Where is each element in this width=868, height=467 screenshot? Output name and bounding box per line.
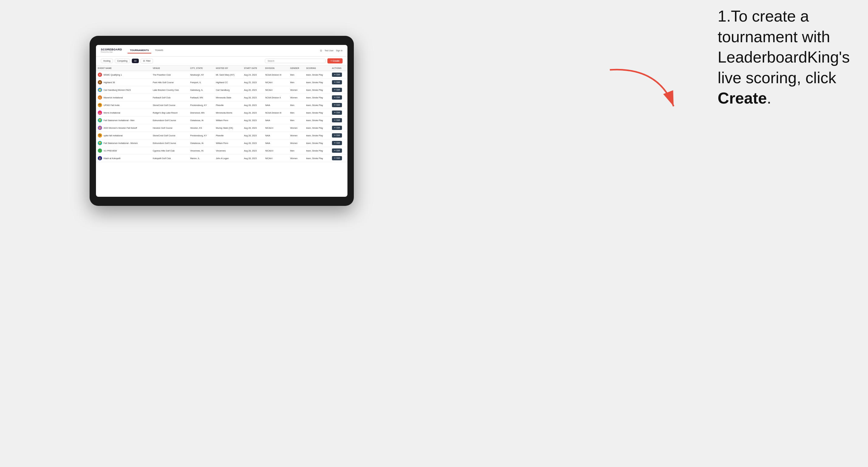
- search-input[interactable]: [265, 59, 326, 63]
- cell-event-name: 🦊 Morris Invitational: [96, 109, 151, 117]
- cell-start-date: Aug 28, 2023: [242, 117, 263, 124]
- cell-gender: Men: [288, 109, 305, 117]
- col-venue: VENUE: [151, 66, 188, 71]
- events-table-container: EVENT NAME VENUE CITY, STATE HOSTED BY S…: [96, 66, 347, 197]
- table-body: 🎯 MSMC Qualifying 1 The Powelton Club Ne…: [96, 71, 347, 162]
- cell-event-name: 🏆 Fall Statesmen Invitational - Women: [96, 139, 151, 147]
- cell-city-state: Vincennes, IN: [188, 147, 214, 155]
- event-icon: 🌿: [98, 149, 102, 153]
- cell-hosted-by: Mt. Saint Mary (NY): [214, 71, 242, 79]
- cell-actions: ✏ Edit: [330, 86, 347, 94]
- all-button[interactable]: All: [132, 59, 139, 63]
- cell-scoring: team, Stroke Play: [304, 94, 330, 101]
- cell-start-date: Aug 28, 2023: [242, 139, 263, 147]
- cell-gender: Men: [288, 79, 305, 86]
- edit-button[interactable]: ✏ Edit: [332, 103, 342, 107]
- cell-hosted-by: Carl Sandburg: [214, 86, 242, 94]
- edit-button[interactable]: ✏ Edit: [332, 156, 342, 160]
- cell-city-state: Faribault, MN: [188, 94, 214, 101]
- cell-division: NICAA I: [263, 86, 288, 94]
- cell-venue: Ruttger's Bay Lake Resort: [151, 109, 188, 117]
- event-name-text: Carl Sandburg Women FA23: [103, 89, 131, 91]
- event-icon: ⚡: [98, 126, 102, 130]
- event-name-text: UPIKE Fall Invite: [103, 104, 120, 106]
- cell-actions: ✏ Edit: [330, 147, 347, 155]
- cell-gender: Women: [288, 132, 305, 139]
- edit-button[interactable]: ✏ Edit: [332, 95, 342, 100]
- edit-button[interactable]: ✏ Edit: [332, 111, 342, 115]
- table-row: 🦅 UPIKE Fall Invite StoneCrest Golf Cour…: [96, 101, 347, 109]
- cell-gender: Women: [288, 155, 305, 162]
- cell-start-date: Aug 25, 2023: [242, 79, 263, 86]
- table-row: 🦊 Morris Invitational Ruttger's Bay Lake…: [96, 109, 347, 117]
- cell-actions: ✏ Edit: [330, 132, 347, 139]
- edit-button[interactable]: ✏ Edit: [332, 88, 342, 92]
- cell-scoring: team, Stroke Play: [304, 132, 330, 139]
- cell-actions: ✏ Edit: [330, 94, 347, 101]
- cell-start-date: Aug 24, 2023: [242, 71, 263, 79]
- cell-venue: StoneCrest Golf Course: [151, 132, 188, 139]
- event-name-text: upike fall invitational: [103, 134, 123, 137]
- filter-button[interactable]: ☰ Filter: [141, 59, 153, 63]
- cell-event-name: 🏆 Fall Statesmen Invitational - Men: [96, 117, 151, 124]
- cell-hosted-by: Minnesota-Morris: [214, 109, 242, 117]
- cell-actions: ✏ Edit: [330, 139, 347, 147]
- cell-city-state: Oskaloosa, IA: [188, 117, 214, 124]
- competing-button[interactable]: Competing: [115, 59, 130, 63]
- cell-scoring: team, Stroke Play: [304, 147, 330, 155]
- events-table: EVENT NAME VENUE CITY, STATE HOSTED BY S…: [96, 66, 347, 162]
- cell-city-state: Prestonsburg, KY: [188, 101, 214, 109]
- col-gender: GENDER: [288, 66, 305, 71]
- cell-division: NAIA: [263, 139, 288, 147]
- filter-icon: ☰: [143, 60, 145, 62]
- event-name-text: VU PREVIEW: [103, 150, 117, 152]
- cell-city-state: Prestonsburg, KY: [188, 132, 214, 139]
- edit-button[interactable]: ✏ Edit: [332, 80, 342, 85]
- cell-start-date: Aug 28, 2023: [242, 94, 263, 101]
- cell-city-state: Deerwood, MN: [188, 109, 214, 117]
- cell-event-name: 🎯 MSMC Qualifying 1: [96, 71, 151, 79]
- event-name-text: Highland 36: [103, 82, 115, 84]
- cell-venue: Lake Bracken Country Club: [151, 86, 188, 94]
- event-icon: 🎯: [98, 72, 102, 77]
- event-icon: 🎖️: [98, 156, 102, 160]
- cell-event-name: ⚡ 2023 Women's Hesston Fall Kickoff: [96, 124, 151, 132]
- gear-icon[interactable]: ⚙: [320, 49, 322, 52]
- table-row: 🦁 Highland 36 Park Hills Golf Course Fre…: [96, 79, 347, 86]
- cell-event-name: 🐴 Maverick Invitational: [96, 94, 151, 101]
- tablet-screen: SCOREBOARD Powered by clippr TOURNAMENTS…: [96, 45, 347, 197]
- logo-area: SCOREBOARD Powered by clippr: [101, 48, 122, 53]
- cell-hosted-by: Pikeville: [214, 101, 242, 109]
- cell-venue: The Powelton Club: [151, 71, 188, 79]
- table-row: 🏆 Fall Statesmen Invitational - Men Edmu…: [96, 117, 347, 124]
- col-division: DIVISION: [263, 66, 288, 71]
- hosting-button[interactable]: Hosting: [101, 59, 113, 63]
- edit-button[interactable]: ✏ Edit: [332, 149, 342, 153]
- edit-button[interactable]: ✏ Edit: [332, 126, 342, 130]
- cell-event-name: 🦅 UPIKE Fall Invite: [96, 101, 151, 109]
- cell-city-state: Oskaloosa, IA: [188, 139, 214, 147]
- table-row: 🏆 Fall Statesmen Invitational - Women Ed…: [96, 139, 347, 147]
- edit-button[interactable]: ✏ Edit: [332, 72, 342, 77]
- cell-start-date: Aug 28, 2023: [242, 101, 263, 109]
- cell-scoring: team, Stroke Play: [304, 117, 330, 124]
- nav-link-tournaments[interactable]: TOURNAMENTS: [128, 48, 151, 54]
- cell-gender: Men: [288, 71, 305, 79]
- event-name-text: Morris Invitational: [103, 112, 120, 114]
- edit-button[interactable]: ✏ Edit: [332, 133, 342, 137]
- cell-event-name: 🦁 Highland 36: [96, 79, 151, 86]
- nav-signin[interactable]: Sign In: [336, 50, 343, 52]
- create-button[interactable]: + Create: [328, 58, 343, 63]
- table-row: 🎯 MSMC Qualifying 1 The Powelton Club Ne…: [96, 71, 347, 79]
- table-row: 🌿 VU PREVIEW Cypress Hills Golf Club Vin…: [96, 147, 347, 155]
- event-name-text: 2023 Women's Hesston Fall Kickoff: [103, 127, 137, 129]
- cell-division: NCAA Division III: [263, 71, 288, 79]
- cell-actions: ✏ Edit: [330, 79, 347, 86]
- cell-event-name: 🦅 upike fall invitational: [96, 132, 151, 139]
- event-icon: 🦁: [98, 80, 102, 85]
- edit-button[interactable]: ✏ Edit: [332, 118, 342, 122]
- cell-venue: Kokopelli Golf Club: [151, 155, 188, 162]
- nav-link-teams[interactable]: TEAMS: [152, 48, 166, 54]
- logo-sub: Powered by clippr: [101, 51, 122, 53]
- edit-button[interactable]: ✏ Edit: [332, 141, 342, 145]
